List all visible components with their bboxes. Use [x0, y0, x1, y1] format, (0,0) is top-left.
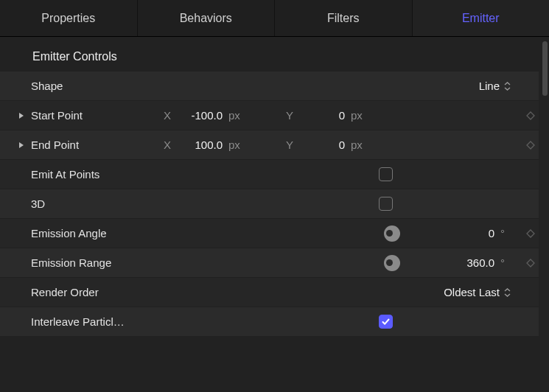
label-interleave-particles: Interleave Particl… [31, 315, 161, 328]
row-start-point: Start Point X -100.0 px Y 0 px [0, 100, 539, 130]
end-point-y-field[interactable]: 0 [299, 139, 348, 151]
unit-px: px [351, 139, 370, 151]
row-emit-at-points: Emit At Points [0, 159, 539, 189]
row-end-point: End Point X 100.0 px Y 0 px [0, 130, 539, 159]
keyframe-diamond-icon[interactable] [522, 111, 539, 120]
shape-value: Line [479, 80, 500, 92]
inspector-tabs: Properties Behaviors Filters Emitter [0, 0, 549, 37]
row-interleave-particles: Interleave Particl… [0, 307, 539, 336]
label-3d: 3D [31, 197, 161, 210]
end-point-x-field[interactable]: 100.0 [177, 139, 225, 151]
label-shape: Shape [31, 80, 161, 92]
label-emission-angle: Emission Angle [31, 227, 161, 239]
row-emission-range: Emission Range 360.0 ° [0, 248, 539, 277]
start-point-y-field[interactable]: 0 [299, 109, 348, 122]
unit-deg: ° [500, 227, 514, 239]
section-title: Emitter Controls [0, 44, 539, 71]
axis-y-label: Y [283, 109, 296, 122]
unit-deg: ° [500, 256, 514, 269]
render-order-value: Oldest Last [444, 286, 500, 298]
emitter-panel: Emitter Controls Shape Line Start Point … [0, 37, 549, 392]
disclosure-triangle-icon[interactable] [16, 111, 27, 121]
tab-properties[interactable]: Properties [0, 0, 138, 36]
label-emission-range: Emission Range [31, 256, 161, 269]
scrollbar-thumb[interactable] [542, 41, 548, 96]
start-point-x-field[interactable]: -100.0 [177, 109, 225, 122]
shape-popup[interactable]: Line [479, 80, 511, 92]
unit-px: px [351, 109, 370, 122]
row-shape: Shape Line [0, 71, 539, 100]
label-emit-at-points: Emit At Points [31, 168, 161, 181]
row-emission-angle: Emission Angle 0 ° [0, 218, 539, 248]
unit-px: px [228, 109, 248, 122]
emission-angle-field[interactable]: 0 [449, 227, 497, 239]
emission-range-dial[interactable] [384, 255, 400, 271]
emit-at-points-checkbox[interactable] [379, 167, 393, 181]
row-render-order: Render Order Oldest Last [0, 277, 539, 307]
tab-behaviors[interactable]: Behaviors [138, 0, 276, 36]
row-3d: 3D [0, 189, 539, 218]
chevron-updown-icon [504, 82, 511, 91]
label-end-point: End Point [31, 139, 161, 151]
tab-filters[interactable]: Filters [275, 0, 413, 36]
keyframe-diamond-icon[interactable] [522, 259, 539, 267]
label-render-order: Render Order [31, 286, 161, 298]
3d-checkbox[interactable] [379, 197, 393, 211]
label-start-point: Start Point [31, 109, 161, 122]
axis-x-label: X [161, 139, 174, 151]
axis-y-label: Y [283, 139, 296, 151]
disclosure-triangle-icon[interactable] [16, 140, 27, 150]
axis-x-label: X [161, 109, 174, 122]
tab-emitter[interactable]: Emitter [413, 0, 550, 36]
interleave-particles-checkbox[interactable] [379, 315, 393, 329]
unit-px: px [228, 139, 248, 151]
emission-angle-dial[interactable] [384, 225, 400, 242]
chevron-updown-icon [504, 288, 511, 297]
emission-range-field[interactable]: 360.0 [449, 256, 497, 269]
render-order-popup[interactable]: Oldest Last [444, 286, 511, 298]
keyframe-diamond-icon[interactable] [522, 141, 539, 150]
keyframe-diamond-icon[interactable] [522, 229, 539, 238]
